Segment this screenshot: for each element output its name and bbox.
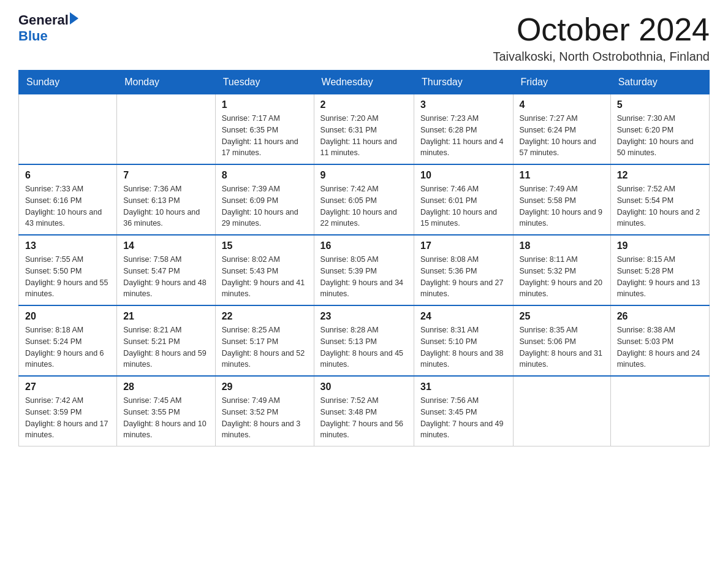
sunset-text: Sunset: 6:01 PM	[420, 196, 477, 205]
day-info: Sunrise: 7:20 AMSunset: 6:31 PMDaylight:…	[320, 113, 408, 159]
sunrise-text: Sunrise: 7:45 AM	[123, 396, 181, 405]
calendar-cell: 21Sunrise: 8:21 AMSunset: 5:21 PMDayligh…	[117, 305, 215, 376]
logo: General Blue	[18, 12, 78, 44]
logo-arrow-icon	[70, 12, 78, 25]
calendar-cell: 3Sunrise: 7:23 AMSunset: 6:28 PMDaylight…	[414, 94, 513, 165]
sunset-text: Sunset: 5:10 PM	[420, 337, 477, 346]
daylight-text: Daylight: 10 hours and 29 minutes.	[222, 208, 298, 228]
day-number: 13	[25, 240, 110, 251]
sunset-text: Sunset: 3:45 PM	[420, 408, 477, 416]
day-info: Sunrise: 7:45 AMSunset: 3:55 PMDaylight:…	[123, 395, 208, 441]
daylight-text: Daylight: 9 hours and 48 minutes.	[123, 278, 207, 299]
sunrise-text: Sunrise: 8:21 AM	[123, 326, 181, 334]
calendar-cell: 31Sunrise: 7:56 AMSunset: 3:45 PMDayligh…	[414, 376, 513, 446]
day-number: 17	[420, 240, 507, 251]
day-number: 1	[222, 99, 308, 110]
sunrise-text: Sunrise: 7:49 AM	[520, 185, 578, 193]
sunrise-text: Sunrise: 7:55 AM	[25, 255, 83, 264]
sunset-text: Sunset: 5:28 PM	[617, 267, 673, 275]
sunrise-text: Sunrise: 8:38 AM	[617, 326, 675, 334]
calendar-cell: 2Sunrise: 7:20 AMSunset: 6:31 PMDaylight…	[314, 94, 414, 165]
calendar-table: Sunday Monday Tuesday Wednesday Thursday…	[18, 70, 710, 446]
day-info: Sunrise: 8:11 AMSunset: 5:32 PMDaylight:…	[520, 254, 604, 300]
sunset-text: Sunset: 5:21 PM	[123, 337, 180, 346]
calendar-cell: 18Sunrise: 8:11 AMSunset: 5:32 PMDayligh…	[513, 235, 610, 305]
sunrise-text: Sunrise: 7:42 AM	[25, 396, 83, 405]
day-info: Sunrise: 7:46 AMSunset: 6:01 PMDaylight:…	[420, 183, 507, 229]
day-number: 27	[25, 381, 110, 393]
daylight-text: Daylight: 8 hours and 52 minutes.	[222, 349, 305, 369]
calendar-cell	[513, 376, 610, 446]
sunrise-text: Sunrise: 8:02 AM	[222, 255, 280, 264]
calendar-cell: 25Sunrise: 8:35 AMSunset: 5:06 PMDayligh…	[513, 305, 610, 376]
day-info: Sunrise: 7:49 AMSunset: 3:52 PMDaylight:…	[222, 395, 308, 441]
header-row: Sunday Monday Tuesday Wednesday Thursday…	[19, 71, 710, 94]
sunrise-text: Sunrise: 7:52 AM	[320, 396, 379, 405]
calendar-cell: 6Sunrise: 7:33 AMSunset: 6:16 PMDaylight…	[19, 164, 117, 235]
day-number: 2	[320, 99, 408, 110]
sunset-text: Sunset: 3:52 PM	[222, 408, 278, 416]
daylight-text: Daylight: 10 hours and 36 minutes.	[123, 208, 200, 228]
sunset-text: Sunset: 5:50 PM	[25, 267, 82, 275]
calendar-week-row: 6Sunrise: 7:33 AMSunset: 6:16 PMDaylight…	[19, 164, 710, 235]
day-info: Sunrise: 7:23 AMSunset: 6:28 PMDaylight:…	[420, 113, 507, 159]
sunrise-text: Sunrise: 7:27 AM	[520, 114, 578, 123]
day-info: Sunrise: 7:39 AMSunset: 6:09 PMDaylight:…	[222, 183, 308, 229]
calendar-cell: 17Sunrise: 8:08 AMSunset: 5:36 PMDayligh…	[414, 235, 513, 305]
day-info: Sunrise: 8:38 AMSunset: 5:03 PMDaylight:…	[617, 324, 703, 370]
header-friday: Friday	[513, 71, 610, 94]
day-info: Sunrise: 8:05 AMSunset: 5:39 PMDaylight:…	[320, 254, 408, 300]
day-info: Sunrise: 7:33 AMSunset: 6:16 PMDaylight:…	[25, 183, 110, 229]
sunset-text: Sunset: 6:09 PM	[222, 196, 278, 205]
calendar-cell: 22Sunrise: 8:25 AMSunset: 5:17 PMDayligh…	[215, 305, 314, 376]
daylight-text: Daylight: 10 hours and 15 minutes.	[420, 208, 497, 228]
calendar-cell: 13Sunrise: 7:55 AMSunset: 5:50 PMDayligh…	[19, 235, 117, 305]
sunrise-text: Sunrise: 7:58 AM	[123, 255, 181, 264]
day-info: Sunrise: 7:30 AMSunset: 6:20 PMDaylight:…	[617, 113, 703, 159]
day-number: 28	[123, 381, 208, 393]
daylight-text: Daylight: 8 hours and 45 minutes.	[320, 349, 404, 369]
day-info: Sunrise: 8:31 AMSunset: 5:10 PMDaylight:…	[420, 324, 507, 370]
sunset-text: Sunset: 5:13 PM	[320, 337, 377, 346]
calendar-cell: 30Sunrise: 7:52 AMSunset: 3:48 PMDayligh…	[314, 376, 414, 446]
sunrise-text: Sunrise: 8:35 AM	[520, 326, 578, 334]
day-number: 24	[420, 311, 507, 322]
day-number: 6	[25, 170, 110, 181]
calendar-cell: 28Sunrise: 7:45 AMSunset: 3:55 PMDayligh…	[117, 376, 215, 446]
day-info: Sunrise: 7:36 AMSunset: 6:13 PMDaylight:…	[123, 183, 208, 229]
sunset-text: Sunset: 5:17 PM	[222, 337, 278, 346]
calendar-cell: 9Sunrise: 7:42 AMSunset: 6:05 PMDaylight…	[314, 164, 414, 235]
calendar-cell: 5Sunrise: 7:30 AMSunset: 6:20 PMDaylight…	[610, 94, 709, 165]
sunset-text: Sunset: 5:47 PM	[123, 267, 180, 275]
day-info: Sunrise: 7:42 AMSunset: 3:59 PMDaylight:…	[25, 395, 110, 441]
sunrise-text: Sunrise: 8:15 AM	[617, 255, 675, 264]
sunset-text: Sunset: 6:20 PM	[617, 126, 673, 134]
sunrise-text: Sunrise: 7:46 AM	[420, 185, 479, 193]
calendar-cell: 19Sunrise: 8:15 AMSunset: 5:28 PMDayligh…	[610, 235, 709, 305]
header-thursday: Thursday	[414, 71, 513, 94]
daylight-text: Daylight: 11 hours and 4 minutes.	[420, 137, 504, 158]
day-number: 11	[520, 170, 604, 181]
sunrise-text: Sunrise: 7:56 AM	[420, 396, 479, 405]
sunset-text: Sunset: 6:05 PM	[320, 196, 377, 205]
sunrise-text: Sunrise: 8:18 AM	[25, 326, 83, 334]
day-number: 23	[320, 311, 408, 322]
daylight-text: Daylight: 9 hours and 55 minutes.	[25, 278, 108, 299]
day-info: Sunrise: 7:27 AMSunset: 6:24 PMDaylight:…	[520, 113, 604, 159]
sunrise-text: Sunrise: 7:17 AM	[222, 114, 280, 123]
sunset-text: Sunset: 5:36 PM	[420, 267, 477, 275]
daylight-text: Daylight: 8 hours and 17 minutes.	[25, 419, 108, 440]
sunrise-text: Sunrise: 7:49 AM	[222, 396, 280, 405]
calendar-cell	[117, 94, 215, 165]
daylight-text: Daylight: 10 hours and 57 minutes.	[520, 137, 596, 158]
day-number: 30	[320, 381, 408, 393]
sunset-text: Sunset: 3:55 PM	[123, 408, 180, 416]
day-number: 18	[520, 240, 604, 251]
sunset-text: Sunset: 6:16 PM	[25, 196, 82, 205]
month-title: October 2024	[493, 12, 710, 47]
day-number: 14	[123, 240, 208, 251]
daylight-text: Daylight: 10 hours and 9 minutes.	[520, 208, 603, 228]
sunset-text: Sunset: 6:13 PM	[123, 196, 180, 205]
logo-general-text: General	[18, 12, 69, 28]
sunset-text: Sunset: 5:24 PM	[25, 337, 82, 346]
